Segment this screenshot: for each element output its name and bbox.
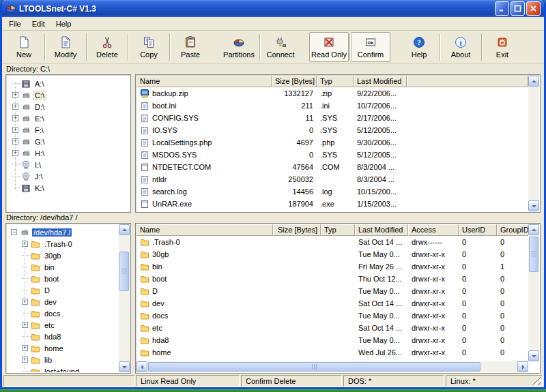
- maximize-button[interactable]: [511, 1, 525, 16]
- column-header-last-modified[interactable]: Last Modified: [354, 76, 407, 87]
- tree-expander-minus-icon[interactable]: −: [11, 229, 17, 235]
- tree-item-30gb[interactable]: 30gb: [7, 250, 119, 261]
- scroll-up-icon[interactable]: [528, 224, 539, 235]
- file-row-msdos-sys[interactable]: MSDOS.SYS0.SYS5/12/2005...: [136, 149, 528, 161]
- column-header-typ[interactable]: Typ: [317, 76, 354, 87]
- tree-expander-plus-icon[interactable]: +: [12, 138, 18, 145]
- file-row-localsettings-php[interactable]: LocalSettings.php4697.php9/30/2006...: [136, 136, 528, 149]
- toolbar-delete-button[interactable]: Delete: [87, 32, 127, 62]
- menu-help[interactable]: Help: [51, 18, 77, 29]
- file-row-boot-ini[interactable]: boot.ini211.ini10/7/2006...: [136, 100, 528, 112]
- menu-file[interactable]: File: [3, 18, 27, 29]
- toolbar-exit-button[interactable]: Exit: [483, 32, 522, 62]
- file-row-config-sys[interactable]: CONFIG.SYS11.SYS2/17/2006...: [136, 112, 528, 124]
- tree-item-home[interactable]: +home: [7, 342, 119, 354]
- scroll-down-icon[interactable]: [528, 350, 539, 361]
- file-row-docs[interactable]: docsTue May 0...drwxr-xr-x00: [136, 310, 528, 322]
- tree-item-etc[interactable]: +etc: [7, 319, 119, 331]
- column-header-last-modified[interactable]: Last Modified: [355, 224, 408, 236]
- dos-list-vertical-scrollbar[interactable]: [528, 76, 539, 211]
- scroll-up-icon[interactable]: [528, 76, 539, 87]
- tree-item-e-drive[interactable]: +E:\: [7, 112, 130, 124]
- tree-item-docs[interactable]: docs: [7, 307, 119, 319]
- file-row-dev[interactable]: devSat Oct 14 ...drwxr-xr-x00: [136, 297, 528, 310]
- tree-expander-plus-icon[interactable]: +: [22, 322, 28, 328]
- tree-expander-plus-icon[interactable]: +: [22, 345, 28, 351]
- file-row-hda8[interactable]: hda8Tue May 0...drwxr-xr-x00: [136, 334, 528, 346]
- tree-expander-plus-icon[interactable]: +: [12, 150, 18, 156]
- tree-item-j-drive[interactable]: J:\: [7, 170, 130, 182]
- column-header-name[interactable]: Name: [136, 76, 272, 87]
- tree-item-hda8[interactable]: hda8: [7, 331, 119, 342]
- tree-item-a-drive[interactable]: A:\: [7, 78, 130, 89]
- tree-expander-plus-icon[interactable]: +: [12, 104, 18, 110]
- close-button[interactable]: [526, 1, 541, 16]
- tree-item-k-drive[interactable]: K:\: [7, 182, 130, 194]
- tree-expander-plus-icon[interactable]: +: [22, 299, 28, 305]
- tree-expander-plus-icon[interactable]: +: [12, 127, 18, 133]
- tree-item-h-drive[interactable]: +H:\: [7, 147, 130, 159]
- menu-edit[interactable]: Edit: [27, 18, 51, 29]
- tree-item-boot[interactable]: boot: [7, 273, 119, 284]
- file-row-search-log[interactable]: search.log14456.log10/15/200...: [136, 185, 528, 198]
- linux-list-vertical-scrollbar[interactable]: [528, 224, 539, 361]
- scrollbar-thumb[interactable]: [529, 237, 538, 272]
- tree-item-d-drive[interactable]: +D:\: [7, 101, 130, 112]
- scroll-down-icon[interactable]: [528, 200, 539, 211]
- column-header-typ[interactable]: Typ: [321, 224, 355, 236]
- file-row-backup-zip[interactable]: backup.zip1332127.zip9/22/2006...: [136, 87, 528, 100]
- tree-item-bin[interactable]: bin: [7, 261, 119, 273]
- file-row-etc[interactable]: etcSat Oct 14 ...drwxr-xr-x00: [136, 322, 528, 334]
- column-header-access[interactable]: Access: [408, 224, 459, 236]
- file-row-io-sys[interactable]: IO.SYS0.SYS5/12/2005...: [136, 124, 528, 136]
- tree-item-g-drive[interactable]: +G:\: [7, 136, 130, 147]
- column-header-userid[interactable]: UserID: [459, 224, 497, 236]
- tree-expander-plus-icon[interactable]: +: [22, 241, 28, 247]
- linux-tree-vertical-scrollbar[interactable]: [119, 224, 130, 372]
- tree-item-f-drive[interactable]: +F:\: [7, 124, 130, 136]
- toolbar-new-button[interactable]: New: [4, 32, 44, 62]
- toolbar-confirm-button[interactable]: OKConfirm: [351, 32, 390, 62]
- linux-list-horizontal-scrollbar[interactable]: [136, 361, 528, 372]
- file-row-trash-0[interactable]: .Trash-0Sat Oct 14 ...drwx------00: [136, 236, 528, 248]
- tree-item-trash-0[interactable]: +.Trash-0: [7, 238, 119, 250]
- title-bar[interactable]: LTOOLSnet-C# V1.3: [2, 0, 544, 17]
- tree-item-d[interactable]: D: [7, 284, 119, 296]
- tree-item-c-drive[interactable]: +C:\: [7, 89, 130, 101]
- toolbar-modify-button[interactable]: Modify: [46, 32, 85, 62]
- minimize-button[interactable]: [495, 1, 509, 16]
- resize-grip[interactable]: [532, 376, 541, 385]
- file-row-unrar-exe[interactable]: UnRAR.exe187904.exe1/15/2003...: [136, 198, 528, 210]
- column-header-size-bytes[interactable]: Size [Bytes]: [273, 224, 321, 236]
- toolbar-read-only-button[interactable]: Read Only: [309, 32, 349, 62]
- toolbar-paste-button[interactable]: Paste: [171, 32, 210, 62]
- tree-item-root[interactable]: −/dev/hda7 /: [7, 226, 119, 238]
- tree-expander-plus-icon[interactable]: +: [12, 92, 18, 98]
- column-header-groupid[interactable]: GroupID: [497, 224, 528, 236]
- tree-expander-plus-icon[interactable]: +: [12, 115, 18, 121]
- scroll-left-icon[interactable]: [136, 361, 147, 372]
- tree-item-dev[interactable]: +dev: [7, 296, 119, 307]
- scrollbar-thumb[interactable]: [119, 252, 129, 291]
- file-row-d[interactable]: DTue May 0...drwxr-xr-x00: [136, 285, 528, 297]
- tree-item-i-drive[interactable]: I:\: [7, 159, 130, 170]
- file-row-ntdetect-com[interactable]: NTDETECT.COM47564.COM8/3/2004 ...: [136, 161, 528, 173]
- tree-item-lib[interactable]: +lib: [7, 354, 119, 365]
- scroll-right-icon[interactable]: [517, 361, 528, 372]
- column-header-name[interactable]: Name: [136, 224, 273, 236]
- toolbar-connect-button[interactable]: Connect: [261, 32, 300, 62]
- file-row-ntldr[interactable]: ntldr2500328/3/2004 ...: [136, 173, 528, 185]
- file-row-bin[interactable]: binFri May 26 ...drwxr-xr-x01: [136, 260, 528, 273]
- scrollbar-thumb[interactable]: [148, 362, 480, 372]
- toolbar-help-button[interactable]: ?Help: [399, 32, 439, 62]
- file-row-home[interactable]: homeWed Jul 26...drwxr-xr-x00: [136, 346, 528, 359]
- file-row-boot[interactable]: bootThu Oct 12...drwxr-xr-x00: [136, 273, 528, 285]
- toolbar-about-button[interactable]: iAbout: [441, 32, 480, 62]
- file-row-30gb[interactable]: 30gbTue May 0...drwxr-xr-x00: [136, 248, 528, 260]
- scroll-down-icon[interactable]: [119, 361, 130, 372]
- tree-expander-plus-icon[interactable]: +: [22, 357, 28, 363]
- scroll-up-icon[interactable]: [119, 224, 130, 235]
- toolbar-partitions-button[interactable]: Partitions: [219, 32, 259, 62]
- tree-item-lost-found[interactable]: lost+found: [7, 365, 119, 372]
- column-header-size-bytes[interactable]: Size [Bytes]: [272, 76, 317, 87]
